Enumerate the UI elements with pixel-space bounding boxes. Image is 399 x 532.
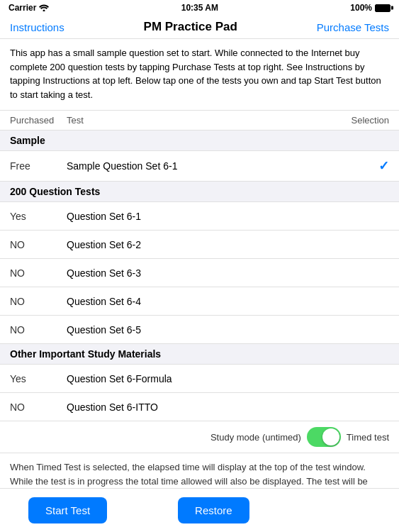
- purchased-cell: NO: [10, 324, 67, 336]
- description-text: This app has a small sample question set…: [10, 48, 381, 100]
- battery-percent: 100%: [350, 3, 372, 13]
- instructions-link[interactable]: Instructions: [10, 21, 64, 33]
- section-header-2: Other Important Study Materials: [0, 344, 399, 365]
- status-time: 10:35 AM: [181, 3, 218, 13]
- nav-title: PM Practice Pad: [144, 20, 237, 34]
- purchased-cell: Free: [10, 160, 67, 172]
- test-name-cell: Sample Question Set 6-1: [67, 160, 339, 172]
- table-row[interactable]: NOQuestion Set 6-4: [0, 287, 399, 316]
- section-header-0: Sample: [0, 131, 399, 151]
- purchased-cell: NO: [10, 267, 67, 279]
- app-description: This app has a small sample question set…: [0, 39, 399, 111]
- nav-bar: Instructions PM Practice Pad Purchase Te…: [0, 16, 399, 39]
- study-mode-label: Study mode (untimed): [210, 432, 301, 443]
- table-row[interactable]: NOQuestion Set 6-5: [0, 316, 399, 344]
- test-name-cell: Question Set 6-3: [67, 267, 339, 279]
- timed-test-row: Study mode (untimed) Timed test: [0, 421, 399, 453]
- test-name-cell: Question Set 6-2: [67, 239, 339, 250]
- checkmark-icon: ✓: [378, 158, 389, 174]
- table-row[interactable]: NOQuestion Set 6-3: [0, 259, 399, 287]
- table-row[interactable]: NOQuestion Set 6-2: [0, 231, 399, 259]
- purchase-tests-link[interactable]: Purchase Tests: [317, 21, 389, 33]
- wifi-icon: [39, 4, 49, 11]
- carrier-text: Carrier: [9, 3, 36, 13]
- header-test: Test: [67, 115, 339, 126]
- table-row[interactable]: YesQuestion Set 6-1: [0, 202, 399, 231]
- tests-table: SampleFreeSample Question Set 6-1✓200 Qu…: [0, 130, 399, 421]
- purchased-cell: Yes: [10, 373, 67, 384]
- purchased-cell: NO: [10, 296, 67, 307]
- battery-icon: [375, 4, 390, 12]
- bottom-bar: Start Test Restore: [0, 488, 399, 532]
- svg-point-0: [43, 10, 45, 12]
- test-name-cell: Question Set 6-4: [67, 296, 339, 307]
- purchased-cell: NO: [10, 401, 67, 413]
- header-selection: Selection: [339, 115, 389, 126]
- table-header: Purchased Test Selection: [0, 111, 399, 130]
- status-carrier: Carrier: [9, 3, 49, 13]
- test-name-cell: Question Set 6-ITTO: [67, 401, 339, 413]
- selection-cell: ✓: [339, 158, 389, 174]
- section-header-1: 200 Question Tests: [0, 182, 399, 202]
- status-battery: 100%: [350, 3, 390, 13]
- timed-test-toggle[interactable]: [307, 427, 341, 447]
- table-row[interactable]: FreeSample Question Set 6-1✓: [0, 151, 399, 182]
- toggle-knob: [322, 428, 339, 445]
- test-name-cell: Question Set 6-Formula: [67, 373, 339, 384]
- header-purchased: Purchased: [10, 115, 67, 126]
- table-row[interactable]: YesQuestion Set 6-Formula: [0, 365, 399, 393]
- test-name-cell: Question Set 6-1: [67, 211, 339, 222]
- status-bar: Carrier 10:35 AM 100%: [0, 0, 399, 16]
- restore-button[interactable]: Restore: [178, 497, 249, 523]
- timed-test-label: Timed test: [347, 432, 389, 443]
- purchased-cell: Yes: [10, 211, 67, 222]
- start-test-button[interactable]: Start Test: [28, 497, 107, 523]
- test-name-cell: Question Set 6-5: [67, 324, 339, 336]
- purchased-cell: NO: [10, 239, 67, 250]
- table-row[interactable]: NOQuestion Set 6-ITTO: [0, 393, 399, 421]
